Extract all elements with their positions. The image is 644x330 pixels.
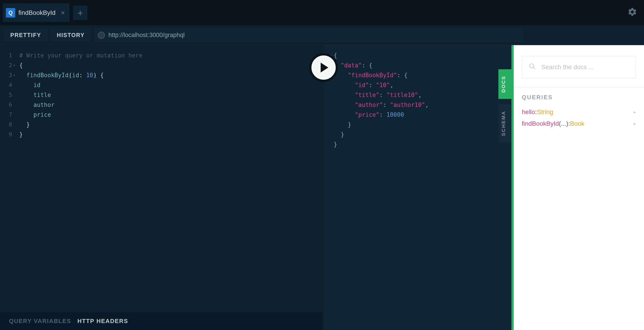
search-icon xyxy=(529,63,536,72)
query-editor-pane: 1 2 3 4 5 6 7 8 9 ▾ ▾ xyxy=(0,45,323,330)
toolbar: PRETTIFY HISTORY xyxy=(0,25,644,45)
endpoint-input[interactable] xyxy=(108,32,520,39)
variables-headers-bar: QUERY VARIABLES HTTP HEADERS xyxy=(0,312,323,330)
close-icon[interactable]: × xyxy=(61,9,65,16)
execute-button[interactable] xyxy=(309,53,338,82)
settings-icon[interactable] xyxy=(627,7,637,18)
docs-query-findbookbyid[interactable]: findBookById(...): Book ▸ xyxy=(514,118,644,130)
play-icon xyxy=(321,63,328,72)
prettify-button[interactable]: PRETTIFY xyxy=(4,29,48,41)
new-tab-button[interactable]: ＋ xyxy=(73,5,88,20)
response-viewer[interactable]: { "data": { "findBookById": { "id": "10"… xyxy=(334,50,429,149)
docs-search-input[interactable] xyxy=(541,63,629,71)
side-tabs: DOCS SCHEMA xyxy=(498,69,512,142)
tab-active[interactable]: Q findBookById × xyxy=(3,3,70,22)
query-type-icon: Q xyxy=(6,8,15,17)
endpoint-status-icon xyxy=(98,32,105,39)
main-area: 1 2 3 4 5 6 7 8 9 ▾ ▾ xyxy=(0,45,644,330)
endpoint-field[interactable] xyxy=(94,28,523,42)
docs-section-title: QUERIES xyxy=(514,87,644,106)
fold-gutter: ▾ ▾ xyxy=(13,45,19,312)
docs-query-hello[interactable]: hello: String ▸ xyxy=(514,106,644,118)
svg-line-1 xyxy=(533,67,535,69)
query-editor[interactable]: 1 2 3 4 5 6 7 8 9 ▾ ▾ xyxy=(0,45,323,312)
svg-point-0 xyxy=(530,64,534,68)
schema-tab[interactable]: SCHEMA xyxy=(498,104,512,142)
chevron-right-icon: ▸ xyxy=(634,121,636,126)
tab-bar: Q findBookById × ＋ xyxy=(0,0,644,25)
http-headers-tab[interactable]: HTTP HEADERS xyxy=(78,318,128,325)
chevron-right-icon: ▸ xyxy=(634,109,636,115)
docs-search[interactable] xyxy=(522,56,636,78)
docs-panel: QUERIES hello: String ▸ findBookById(...… xyxy=(514,45,644,330)
history-button[interactable]: HISTORY xyxy=(50,29,91,41)
response-pane: ▾ ▾ ▾ { "data": { "findBookById": { "id"… xyxy=(323,45,514,330)
line-gutter: 1 2 3 4 5 6 7 8 9 xyxy=(0,45,13,312)
tab-title: findBookById xyxy=(18,9,56,16)
query-variables-tab[interactable]: QUERY VARIABLES xyxy=(9,318,71,325)
docs-tab[interactable]: DOCS xyxy=(498,69,512,99)
code-text[interactable]: # Write your query or mutation here { fi… xyxy=(19,45,323,312)
